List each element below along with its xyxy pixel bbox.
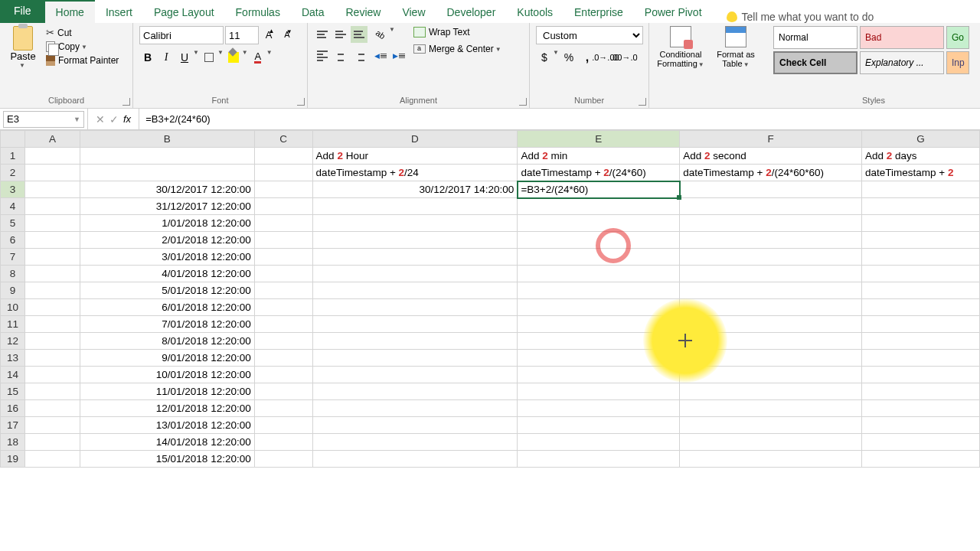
cell[interactable] xyxy=(254,148,312,165)
cell[interactable] xyxy=(254,215,312,232)
cell[interactable]: Add 2 days xyxy=(862,148,980,165)
chevron-down-icon[interactable]: ▼ xyxy=(389,26,395,43)
style-bad[interactable]: Bad xyxy=(860,26,944,49)
style-explanatory[interactable]: Explanatory ... xyxy=(860,51,944,74)
italic-button[interactable]: I xyxy=(158,49,175,66)
chevron-down-icon[interactable]: ▼ xyxy=(217,49,224,66)
cell[interactable] xyxy=(680,400,862,417)
cell[interactable] xyxy=(254,451,312,468)
cell[interactable] xyxy=(254,417,312,434)
cell[interactable] xyxy=(312,350,518,367)
cell[interactable] xyxy=(254,400,312,417)
cell[interactable]: 13/01/2018 12:20:00 xyxy=(80,417,254,434)
cell[interactable] xyxy=(862,198,980,215)
cell[interactable]: 9/01/2018 12:20:00 xyxy=(80,350,254,367)
cell[interactable] xyxy=(24,266,80,282)
cell[interactable] xyxy=(312,400,518,417)
tab-enterprise[interactable]: Enterprise xyxy=(564,2,634,23)
cell[interactable] xyxy=(862,299,980,316)
style-normal[interactable]: Normal xyxy=(773,26,858,49)
tab-power-pivot[interactable]: Power Pivot xyxy=(634,2,713,23)
cell[interactable] xyxy=(254,232,312,249)
cell[interactable] xyxy=(862,266,980,282)
col-header[interactable]: G xyxy=(862,131,980,148)
enter-icon[interactable]: ✓ xyxy=(109,113,119,126)
cell[interactable] xyxy=(518,400,680,417)
cell[interactable] xyxy=(254,249,312,266)
cell[interactable] xyxy=(24,215,80,232)
cell[interactable] xyxy=(862,215,980,232)
font-color-button[interactable]: A xyxy=(250,49,266,66)
cell[interactable] xyxy=(312,367,518,383)
cell[interactable] xyxy=(312,316,518,333)
cell[interactable] xyxy=(862,232,980,249)
row-header[interactable]: 1 xyxy=(1,148,25,165)
tab-file[interactable]: File xyxy=(0,0,45,23)
spreadsheet-grid[interactable]: A B C D E F G 1 Add 2 Hour Add 2 min Add… xyxy=(0,130,980,551)
cell[interactable] xyxy=(24,383,80,400)
orientation-button[interactable]: ab xyxy=(372,26,389,43)
cell[interactable] xyxy=(254,266,312,282)
align-center-button[interactable] xyxy=(332,47,349,64)
dialog-launcher-icon[interactable] xyxy=(639,98,646,106)
dialog-launcher-icon[interactable] xyxy=(519,98,527,106)
merge-center-button[interactable]: Merge & Center▼ xyxy=(412,43,503,55)
align-left-button[interactable] xyxy=(314,47,331,64)
cell[interactable] xyxy=(862,181,980,198)
tab-data[interactable]: Data xyxy=(291,2,335,23)
cell[interactable] xyxy=(518,434,680,451)
cell[interactable] xyxy=(862,333,980,350)
row-header[interactable]: 7 xyxy=(1,249,25,266)
cell[interactable] xyxy=(680,333,862,350)
cell[interactable] xyxy=(518,333,680,350)
cell[interactable] xyxy=(254,383,312,400)
cell[interactable] xyxy=(680,434,862,451)
cell[interactable]: Add 2 Hour xyxy=(312,148,518,165)
name-box[interactable]: E3 ▼ xyxy=(3,111,84,128)
row-header[interactable]: 14 xyxy=(1,367,25,383)
row-header[interactable]: 9 xyxy=(1,282,25,299)
chevron-down-icon[interactable]: ▼ xyxy=(193,49,199,66)
cell[interactable] xyxy=(680,299,862,316)
cell[interactable] xyxy=(862,367,980,383)
tab-page-layout[interactable]: Page Layout xyxy=(143,2,225,23)
cell[interactable] xyxy=(24,148,80,165)
cell[interactable] xyxy=(24,249,80,266)
dialog-launcher-icon[interactable] xyxy=(122,98,130,106)
tell-me-search[interactable]: Tell me what you want to do xyxy=(727,11,874,23)
cell[interactable] xyxy=(312,451,518,468)
cell[interactable]: dateTimestamp + 2/(24*60*60) xyxy=(680,165,862,181)
tab-view[interactable]: View xyxy=(391,2,436,23)
style-check-cell[interactable]: Check Cell xyxy=(773,51,858,74)
cell[interactable] xyxy=(80,148,254,165)
cell[interactable] xyxy=(862,451,980,468)
cell[interactable]: Add 2 second xyxy=(680,148,862,165)
cell[interactable] xyxy=(312,232,518,249)
chevron-down-icon[interactable]: ▼ xyxy=(266,49,273,66)
cell[interactable] xyxy=(24,232,80,249)
cell[interactable]: dateTimestamp + 2 xyxy=(862,165,980,181)
percent-button[interactable]: % xyxy=(560,49,577,66)
col-header[interactable]: A xyxy=(24,131,80,148)
decrease-decimal-button[interactable]: .00→.0 xyxy=(616,49,632,66)
borders-button[interactable] xyxy=(201,49,217,66)
cell[interactable]: 30/12/2017 12:20:00 xyxy=(80,181,254,198)
chevron-down-icon[interactable]: ▼ xyxy=(553,49,559,66)
cell[interactable] xyxy=(312,215,518,232)
cell[interactable] xyxy=(680,181,862,198)
cell[interactable]: dateTimestamp + 2/24 xyxy=(312,165,518,181)
cell[interactable] xyxy=(312,417,518,434)
align-bottom-button[interactable] xyxy=(351,26,368,43)
cell[interactable] xyxy=(24,417,80,434)
cell[interactable] xyxy=(518,451,680,468)
cell[interactable] xyxy=(254,367,312,383)
cell[interactable]: 5/01/2018 12:20:00 xyxy=(80,282,254,299)
cell[interactable]: 14/01/2018 12:20:00 xyxy=(80,434,254,451)
cell[interactable] xyxy=(518,198,680,215)
col-header[interactable]: C xyxy=(254,131,312,148)
cell[interactable] xyxy=(862,316,980,333)
cell[interactable] xyxy=(518,350,680,367)
row-header[interactable]: 8 xyxy=(1,266,25,282)
cell[interactable] xyxy=(254,282,312,299)
cell[interactable] xyxy=(518,417,680,434)
